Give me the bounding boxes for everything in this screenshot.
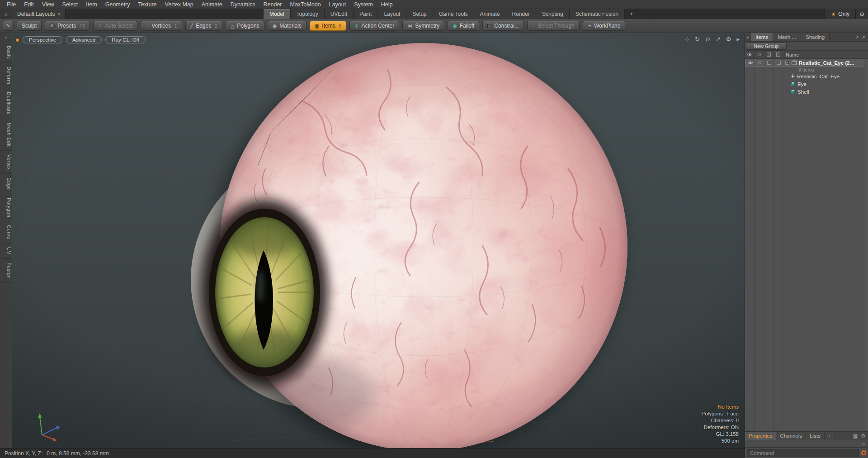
menu-select[interactable]: Select (58, 1, 82, 8)
tree-row-eye-mesh[interactable]: Eye (745, 80, 868, 88)
menu-view[interactable]: View (38, 1, 58, 8)
filter-column-icon[interactable] (774, 51, 783, 58)
tab-items[interactable]: Items (751, 33, 773, 41)
sidebar-tab-fusion[interactable]: Fusion (0, 259, 12, 283)
tab-schematic-fusion[interactable]: Schematic Fusion (570, 9, 625, 19)
new-group-button[interactable]: New Group (746, 43, 787, 50)
tree-scrollbar[interactable] (864, 59, 868, 431)
sidebar-tab-uv[interactable]: UV (0, 243, 12, 258)
sidebar-tab-basic[interactable]: Basic (0, 42, 12, 63)
vertices-mode-button[interactable]: ∴ Vertices 1 (141, 21, 182, 31)
menu-maxtomodo[interactable]: MaxToModo (286, 1, 325, 8)
tab-lists[interactable]: Lists (806, 432, 825, 440)
item-list-column-header: Name (745, 51, 868, 59)
tab-shading[interactable]: Shading (801, 33, 830, 41)
constraint-button[interactable]: Constrai... (482, 21, 524, 31)
select-through-button[interactable]: + Select Through (527, 21, 580, 31)
sidebar-tab-deform[interactable]: Deform (0, 63, 12, 88)
grid-view-icon[interactable]: ▦ (853, 433, 858, 439)
group-lock-checkbox[interactable] (764, 59, 774, 66)
home-icon[interactable]: ⌂ (0, 9, 12, 19)
sidebar-tab-vertex[interactable]: Vertex (0, 151, 12, 174)
sidebar-tab-curve[interactable]: Curve (0, 221, 12, 243)
add-tab-button[interactable]: + (625, 9, 638, 19)
tab-properties[interactable]: Properties (745, 432, 776, 440)
more-button[interactable]: » (860, 441, 867, 447)
menu-layout[interactable]: Layout (325, 1, 350, 8)
menu-dynamics[interactable]: Dynamics (226, 1, 259, 8)
tab-render[interactable]: Render (506, 9, 536, 19)
maximize-icon[interactable]: ↗ (716, 36, 721, 43)
auto-select-button[interactable]: ↖ Auto Select (93, 21, 138, 31)
tab-topology[interactable]: Topology (291, 9, 325, 19)
viewport-arrow-icon[interactable]: ▸ (736, 36, 740, 43)
viewport-menu-dot-icon[interactable] (16, 38, 19, 42)
pan-icon[interactable]: ⊹ (684, 36, 689, 43)
menu-geometry[interactable]: Geometry (101, 1, 134, 8)
materials-mode-button[interactable]: ◉ Materials (268, 21, 307, 31)
rotate-icon[interactable]: ↻ (695, 36, 700, 43)
presets-button[interactable]: Presets F6 (45, 21, 90, 31)
only-toggle[interactable]: ★ Only (825, 9, 855, 19)
falloff-button[interactable]: ◉ Falloff (448, 21, 479, 31)
workplane-button[interactable]: ▱ WorkPlane (583, 21, 626, 31)
tab-setup[interactable]: Setup (406, 9, 433, 19)
group-render-toggle[interactable] (755, 59, 764, 66)
polygons-mode-button[interactable]: △ Polygons (226, 21, 264, 31)
items-mode-button[interactable]: ▣ Items 5 (310, 21, 346, 31)
tab-scripting[interactable]: Scripting (536, 9, 570, 19)
group-filter-checkbox[interactable] (774, 59, 783, 66)
perspective-dropdown[interactable]: Perspective (23, 36, 62, 43)
zoom-icon[interactable]: ⊙ (705, 36, 710, 43)
pencil-tool-button[interactable]: ✎ (3, 21, 14, 31)
menu-edit[interactable]: Edit (20, 1, 38, 8)
default-layouts-dropdown[interactable]: Default Layouts ▾ (12, 9, 66, 19)
tab-paint[interactable]: Paint (354, 9, 378, 19)
command-input[interactable] (747, 449, 859, 457)
edges-mode-button[interactable]: ╱ Edges 2 (185, 21, 222, 31)
tab-uvedit[interactable]: UVEdit (325, 9, 354, 19)
tree-row-locator[interactable]: Realistic_Cat_Eye (745, 72, 868, 80)
tree-row-shell-mesh[interactable]: Shell (745, 88, 868, 95)
gear-icon[interactable]: ⚙ (855, 9, 868, 19)
tab-add[interactable]: + (825, 432, 835, 440)
group-visibility-eye-icon[interactable] (745, 59, 755, 66)
menu-render[interactable]: Render (259, 1, 286, 8)
tab-animate[interactable]: Animate (474, 9, 506, 19)
shading-mode-dropdown[interactable]: Advanced (66, 36, 102, 43)
tree-row-group[interactable]: − Realistic_Cat_Eye (2... (745, 59, 868, 67)
collapse-toggle-icon[interactable]: − (785, 61, 789, 65)
tab-layout[interactable]: Layout (378, 9, 406, 19)
sidebar-tab-edge[interactable]: Edge (0, 174, 12, 194)
sidebar-tab-mesh-edit[interactable]: Mesh Edit (0, 119, 12, 151)
menu-item[interactable]: Item (82, 1, 101, 8)
ray-gl-dropdown[interactable]: Ray GL: Off (105, 36, 146, 43)
tab-model[interactable]: Model (264, 9, 291, 19)
command-history-icon[interactable] (861, 450, 866, 455)
viewport-3d[interactable]: Perspective Advanced Ray GL: Off ⊹ ↻ ⊙ ↗… (12, 33, 745, 448)
sculpt-button[interactable]: Sculpt (17, 21, 42, 31)
panel-popout-icon[interactable]: ↗ (862, 35, 865, 40)
action-center-button[interactable]: ⊕ Action Center (349, 21, 399, 31)
menu-file[interactable]: File (3, 1, 20, 8)
sidebar-tab-duplicate[interactable]: Duplicate (0, 88, 12, 119)
viewport-canvas[interactable] (12, 33, 745, 448)
lock-column-icon[interactable] (764, 51, 774, 58)
panel-gear-icon[interactable]: ⚙ (861, 433, 865, 439)
menu-system[interactable]: System (350, 1, 377, 8)
render-column-icon[interactable] (755, 51, 764, 58)
tab-mesh-ops[interactable]: Mesh ... (773, 33, 801, 41)
menu-texture[interactable]: Texture (134, 1, 161, 8)
panel-arrow-icon[interactable]: ▸ (745, 33, 751, 41)
visibility-column-eye-icon[interactable] (745, 51, 755, 58)
sidebar-tab-polygon[interactable]: Polygon (0, 194, 12, 221)
name-column-header[interactable]: Name (783, 52, 799, 57)
menu-help[interactable]: Help (377, 1, 397, 8)
menu-animate[interactable]: Animate (198, 1, 226, 8)
panel-expand-icon[interactable]: ↗ (855, 35, 859, 40)
viewport-settings-icon[interactable]: ⚙ (726, 36, 731, 43)
tab-channels[interactable]: Channels (776, 432, 806, 440)
symmetry-button[interactable]: ⋈ Symmetry (402, 21, 444, 31)
menu-vertex-map[interactable]: Vertex Map (161, 1, 198, 8)
tab-game-tools[interactable]: Game Tools (433, 9, 474, 19)
